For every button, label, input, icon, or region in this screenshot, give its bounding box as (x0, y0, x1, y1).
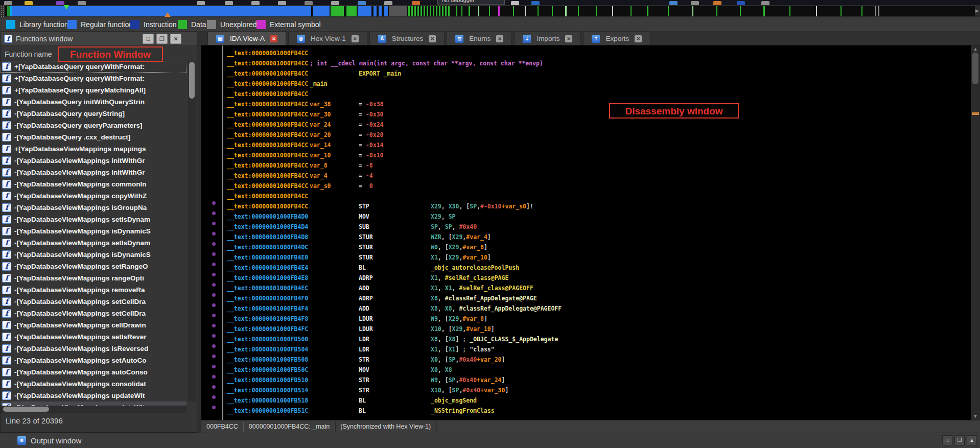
breakpoint-dot-icon[interactable] (212, 324, 216, 327)
disasm-line[interactable]: __text:00000001000FB508STRX0, [SP,#0x40+… (201, 355, 971, 365)
function-list-item[interactable]: f-[YapDatabaseViewMappings initWithGr (1, 167, 186, 178)
function-list-item[interactable]: f-[YapDatabaseViewMappings commonIn (1, 178, 186, 190)
vscroll-thumb[interactable] (189, 62, 195, 99)
breakpoint-dot-icon[interactable] (212, 406, 216, 409)
function-list-item[interactable]: f-[YapDatabaseQuery queryParameters] (1, 120, 186, 131)
disasm-line[interactable]: __text:00000001000FB4CCvar_20= -0x20 (201, 130, 971, 140)
toolbar-icon[interactable] (358, 1, 366, 5)
disasm-line[interactable]: __text:00000001000FB514STRX10, [SP,#0x40… (201, 385, 971, 395)
scroll-down-icon[interactable]: ▼ (971, 414, 980, 419)
toolbar-icon[interactable] (25, 1, 33, 5)
breakpoint-dot-icon[interactable] (212, 242, 216, 246)
toolbar-icon[interactable] (384, 1, 392, 5)
disasm-line[interactable]: __text:00000001000FB4CCvar_8= -8 (201, 160, 971, 171)
function-list-item[interactable]: f-[YapDatabaseViewMappings setIsRever (1, 331, 186, 343)
function-list-item[interactable]: f-[YapDatabaseViewMappings initWithGr (1, 155, 186, 167)
toolbar-icon[interactable] (56, 1, 64, 5)
tab-close-icon[interactable]: ✕ (565, 35, 572, 42)
toolbar-icon[interactable] (531, 1, 540, 5)
breakpoint-dot-icon[interactable] (212, 303, 216, 307)
disasm-line[interactable]: __text:00000001000FB4CCvar_4= -4 (201, 171, 971, 181)
function-list-item[interactable]: f-[YapDatabaseViewMappings cellDrawin (1, 319, 186, 331)
maximize-button[interactable]: □ (143, 34, 154, 44)
breakpoint-dot-icon[interactable] (212, 222, 216, 225)
disasm-line[interactable]: __text:00000001000FB4CC_main (201, 79, 971, 89)
disassembly-view[interactable]: __text:00000001000FB4CC__text:0000000100… (201, 45, 971, 420)
disasm-line[interactable]: __text:00000001000FB4E0STURX1, [X29,#var… (201, 252, 971, 263)
tab-close-icon[interactable]: ✕ (429, 35, 436, 42)
disasm-line[interactable]: __text:00000001000FB4F8LDURW9, [X29,#var… (201, 314, 971, 324)
toolbar-icon[interactable] (691, 1, 699, 5)
function-list-item[interactable]: f-[YapDatabaseViewMappings setCellDra (1, 308, 186, 319)
disasm-line[interactable]: __text:00000001000FB4CCvar_38= -0x38 (201, 99, 971, 109)
function-list-item[interactable]: f-[YapDatabaseViewMappings setIsDynam (1, 237, 186, 249)
tab-imports[interactable]: ⇣Imports✕ (514, 32, 581, 45)
function-list-item[interactable]: f-[YapDatabaseViewMappings autoConso (1, 366, 186, 378)
dock-button[interactable]: □ (942, 435, 952, 445)
debugger-selector[interactable]: No debugger (437, 0, 505, 5)
float-button[interactable]: ❐ (156, 34, 168, 44)
close-button[interactable]: ✕ (170, 34, 181, 44)
disasm-line[interactable]: __text:00000001000FB4CCvar_14= -0x14 (201, 140, 971, 150)
breakpoint-dot-icon[interactable] (212, 365, 216, 368)
disasm-line[interactable]: __text:00000001000FB4E4BL_objc_autorelea… (201, 263, 971, 273)
toolbar-icon[interactable] (713, 1, 721, 5)
disasm-line[interactable]: __text:00000001000FB4CC (201, 191, 971, 201)
hscroll-thumb[interactable] (3, 407, 49, 412)
toolbar-icon[interactable] (761, 1, 769, 5)
panel-splitter[interactable] (197, 32, 201, 433)
function-list-item[interactable]: f-[YapDatabaseViewMappings setRangeO (1, 261, 186, 272)
function-list-item[interactable]: f-[YapDatabaseViewMappings setCellDra (1, 296, 186, 308)
function-list-item[interactable]: f-[YapDatabaseViewMappings isGroupNa (1, 202, 186, 214)
functions-window-titlebar[interactable]: f Functions window □ ❐ ✕ (1, 32, 197, 46)
function-list-item[interactable]: f-[YapDatabaseQuery initWithQueryStrin (1, 96, 186, 108)
tab-close-icon[interactable]: ✕ (635, 35, 642, 42)
disasm-scroll-thumb[interactable] (972, 53, 978, 84)
disasm-line[interactable]: __text:00000001000FB4CCvar_30= -0x30 (201, 109, 971, 120)
function-list-item[interactable]: f+[YapDatabaseQuery queryMatchingAll] (1, 84, 186, 96)
tab-close-icon[interactable]: ✕ (496, 35, 503, 42)
disasm-line[interactable]: __text:00000001000FB504LDRX1, [X1] ; "cl… (201, 344, 971, 355)
tab-close-icon[interactable]: ✕ (352, 35, 359, 42)
disasm-line[interactable]: __text:00000001000FB4F0ADRPX8, #classRef… (201, 293, 971, 303)
disasm-line[interactable]: __text:00000001000FB500LDRX8, [X8] ; _OB… (201, 334, 971, 344)
disasm-line[interactable]: __text:00000001000FB4D8STURWZR, [X29,#va… (201, 232, 971, 242)
function-list-item[interactable]: f-[YapDatabaseViewMappings copyWithZ (1, 190, 186, 202)
breakpoint-dot-icon[interactable] (212, 283, 216, 287)
disasm-line[interactable]: __text:00000001000FB518BL_objc_msgSend (201, 395, 971, 406)
function-list-item[interactable]: f-[YapDatabaseViewMappings rangeOpti (1, 272, 186, 284)
disasm-line[interactable]: __text:00000001000FB4D0MOVX29, SP (201, 211, 971, 222)
disasm-line[interactable]: __text:00000001000FB4DCSTURW0, [X29,#var… (201, 242, 971, 252)
disasm-line[interactable]: __text:00000001000FB50CMOVX0, X8 (201, 365, 971, 375)
function-list-hscrollbar[interactable] (1, 406, 186, 413)
tab-structures[interactable]: AStructures✕ (369, 32, 445, 45)
toolbar-icon[interactable] (511, 1, 519, 5)
toolbar-icon[interactable] (4, 1, 12, 5)
toolbar-icon[interactable] (251, 1, 260, 5)
disassembly-vscrollbar[interactable]: ▲ ▼ (971, 45, 980, 420)
function-list-item[interactable]: f-[YapDatabaseViewMappings consolidat (1, 378, 186, 390)
breakpoint-dot-icon[interactable] (212, 201, 216, 205)
navigation-band[interactable]: ▶ (0, 5, 980, 17)
disasm-line[interactable]: __text:00000001000FB510STRW9, [SP,#0x40+… (201, 375, 971, 385)
disasm-line[interactable]: __text:00000001000FB4CC; int __cdecl mai… (201, 58, 971, 68)
scroll-up-icon[interactable]: ▲ (971, 46, 980, 52)
collapse-button[interactable]: ▲ (967, 435, 977, 445)
disasm-line[interactable]: __text:00000001000FB4CC (201, 89, 971, 99)
toolbar-icon[interactable] (225, 1, 233, 5)
toolbar-icon[interactable] (78, 1, 86, 5)
function-list-item[interactable]: f+[YapDatabaseQuery queryWithFormat: (1, 61, 186, 73)
function-list-item[interactable]: f+[YapDatabaseQuery queryWithFormat: (1, 73, 186, 84)
toolbar-icon[interactable] (197, 1, 205, 5)
tab-enums[interactable]: ≣Enums✕ (447, 32, 512, 45)
function-list-item[interactable]: f-[YapDatabaseViewMappings removeRa (1, 284, 186, 296)
toolbar-icon[interactable] (305, 1, 313, 5)
breakpoint-dot-icon[interactable] (212, 334, 216, 338)
function-list-item[interactable]: f-[YapDatabaseViewMappings setAutoCo (1, 355, 186, 366)
tab-hex-view-1[interactable]: ◎Hex View-1✕ (288, 32, 367, 45)
breakpoint-dot-icon[interactable] (212, 263, 216, 266)
function-list-item[interactable]: f+[YapDatabaseViewMappings mappings (1, 143, 186, 155)
function-list-item[interactable]: f-[YapDatabaseViewMappings isDynamicS (1, 249, 186, 261)
toolbar-icon[interactable] (412, 1, 420, 5)
disasm-line[interactable]: __text:00000001000FB4E8ADRPX1, #selRef_c… (201, 273, 971, 283)
